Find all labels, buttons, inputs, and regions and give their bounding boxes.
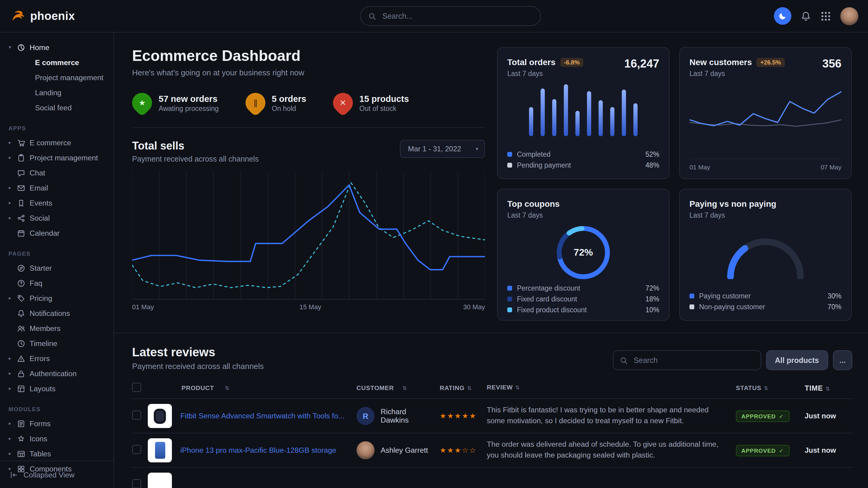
sidebar-item-chat[interactable]: Chat	[7, 165, 108, 180]
theme-toggle-button[interactable]	[774, 7, 792, 25]
star-filled-icon: ★	[440, 412, 447, 420]
sort-icon[interactable]: ⇅	[764, 385, 769, 391]
stat-out-of-stock: ✕15 productsOut of stock	[333, 93, 409, 113]
row-checkbox[interactable]	[132, 411, 141, 420]
notifications-button[interactable]	[801, 10, 811, 22]
sidebar-item-label: E commerce	[30, 138, 71, 147]
sidebar-item-label: Layouts	[30, 384, 56, 393]
star-blob-icon: ★	[128, 89, 156, 117]
status-badge: APPROVED✓	[736, 445, 789, 456]
sidebar-item-e-commerce[interactable]: ▸E commerce	[7, 135, 108, 150]
sidebar-section-label: APPS	[8, 125, 108, 131]
legend-label: Paying customer	[699, 292, 751, 300]
row-checkbox[interactable]	[132, 445, 141, 454]
global-search-input[interactable]	[381, 11, 533, 21]
global-search[interactable]	[360, 6, 541, 26]
caret-icon: ▸	[7, 436, 13, 441]
table-icon	[17, 449, 25, 458]
sidebar-item-forms[interactable]: ▸Forms	[7, 416, 108, 431]
product-image	[148, 473, 172, 488]
sidebar-item-timeline[interactable]: Timeline	[7, 336, 108, 351]
caret-icon: ▸	[7, 356, 13, 361]
sidebar-subitem-label: E commerce	[35, 58, 79, 67]
trend-badge: +26.5%	[757, 58, 784, 67]
sidebar-item-errors[interactable]: ▸Errors	[7, 351, 108, 366]
column-header-rating: RATING⇅	[440, 385, 487, 391]
sort-icon[interactable]: ⇅	[826, 386, 830, 392]
caret-icon: ▸	[7, 386, 13, 391]
sidebar-item-label: Calendar	[30, 229, 60, 237]
page-title: Ecommerce Dashboard	[132, 47, 485, 65]
select-all-checkbox[interactable]	[132, 383, 141, 392]
sidebar-item-notifications[interactable]: Notifications	[7, 306, 108, 321]
card-new-customers: New customers +26.5% Last 7 days 356 01 …	[679, 47, 852, 179]
sidebar-item-tables[interactable]: ▸Tables	[7, 446, 108, 461]
column-header-review: REVIEW⇅	[487, 383, 736, 392]
sidebar-item-email[interactable]: ▸Email	[7, 180, 108, 195]
date-range-picker[interactable]: Mar 1 - 31, 2022 ▾	[400, 140, 485, 158]
sidebar-item-label: Authentication	[30, 369, 76, 378]
customer-name: Ashley Garrett	[381, 446, 428, 455]
sidebar-item-faq[interactable]: Faq	[7, 275, 108, 291]
x-tick: 30 May	[463, 303, 485, 311]
sidebar-item-layouts[interactable]: ▸Layouts	[7, 381, 108, 396]
reviews-search[interactable]	[613, 350, 761, 370]
row-checkbox[interactable]	[132, 479, 141, 488]
brand-logo[interactable]: phoenix	[10, 8, 75, 24]
sidebar-item-social[interactable]: ▸Social	[7, 210, 108, 225]
all-products-button[interactable]: All products	[766, 350, 828, 370]
sort-icon[interactable]: ⇅	[467, 385, 472, 391]
help-icon	[17, 279, 25, 287]
caret-icon: ▸	[7, 295, 13, 301]
legend-label: Percentage discount	[517, 285, 580, 292]
sort-icon[interactable]: ⇅	[402, 385, 407, 391]
sidebar-item-members[interactable]: Members	[7, 321, 108, 336]
user-avatar[interactable]	[840, 7, 858, 25]
reviews-search-input[interactable]	[632, 355, 754, 365]
sidebar-item-label: Pricing	[30, 294, 52, 302]
sidebar-subitem-e-commerce[interactable]: E commerce	[7, 55, 108, 70]
sidebar-item-authentication[interactable]: ▸Authentication	[7, 366, 108, 381]
sidebar-item-label: Home	[30, 43, 50, 52]
apps-grid-button[interactable]	[820, 10, 831, 22]
sidebar-item-calendar[interactable]: Calendar	[7, 225, 108, 240]
phoenix-logo-icon	[10, 8, 25, 24]
column-header-product: PRODUCT⇅	[148, 385, 356, 391]
sidebar-item-label: Errors	[30, 354, 50, 363]
sidebar-subitem-landing[interactable]: Landing	[7, 85, 108, 100]
sidebar-subitem-social-feed[interactable]: Social feed	[7, 100, 108, 115]
sidebar-item-label: Members	[30, 324, 61, 332]
sidebar-item-events[interactable]: ▸Events	[7, 195, 108, 210]
legend-swatch	[689, 304, 694, 309]
sidebar-item-starter[interactable]: Starter	[7, 260, 108, 275]
legend-value: 52%	[645, 151, 659, 158]
more-options-button[interactable]: ...	[833, 350, 852, 370]
collapse-sidebar-button[interactable]: Collapsed View	[0, 461, 114, 488]
sidebar-item-home[interactable]: ▾Home	[7, 40, 108, 55]
legend-item-percentage-discount: Percentage discount72%	[507, 283, 659, 294]
lock-icon	[17, 369, 25, 378]
legend-value: 48%	[645, 162, 659, 169]
card-title: New customers	[689, 57, 752, 67]
caret-icon: ▸	[7, 371, 13, 376]
column-label: STATUS	[736, 385, 761, 391]
sidebar-item-label: Timeline	[30, 339, 57, 348]
sidebar-item-project-management[interactable]: ▸Project management	[7, 150, 108, 165]
bell-icon	[801, 10, 811, 22]
legend-label: Pending payment	[517, 162, 571, 169]
sidebar-subitem-project-management[interactable]: Project management	[7, 70, 108, 85]
legend-item-paying-customer: Paying customer30%	[689, 291, 841, 301]
stat-desc: Out of stock	[360, 105, 409, 112]
product-link[interactable]: Fitbit Sense Advanced Smartwatch with To…	[180, 412, 344, 420]
sort-icon[interactable]: ⇅	[225, 385, 230, 391]
sidebar-item-pricing[interactable]: ▸Pricing	[7, 291, 108, 306]
star-filled-icon: ★	[447, 446, 455, 455]
sort-icon[interactable]: ⇅	[515, 385, 520, 391]
sidebar-subitem-label: Project management	[35, 73, 103, 82]
total-sells-chart	[132, 172, 485, 300]
product-link[interactable]: iPhone 13 pro max-Pacific Blue-128GB sto…	[180, 446, 336, 455]
paying-gauge-chart	[717, 226, 814, 279]
sidebar-item-icons[interactable]: ▸Icons	[7, 431, 108, 446]
sidebar-section-label: MODULES	[8, 406, 108, 412]
form-icon	[17, 419, 25, 428]
